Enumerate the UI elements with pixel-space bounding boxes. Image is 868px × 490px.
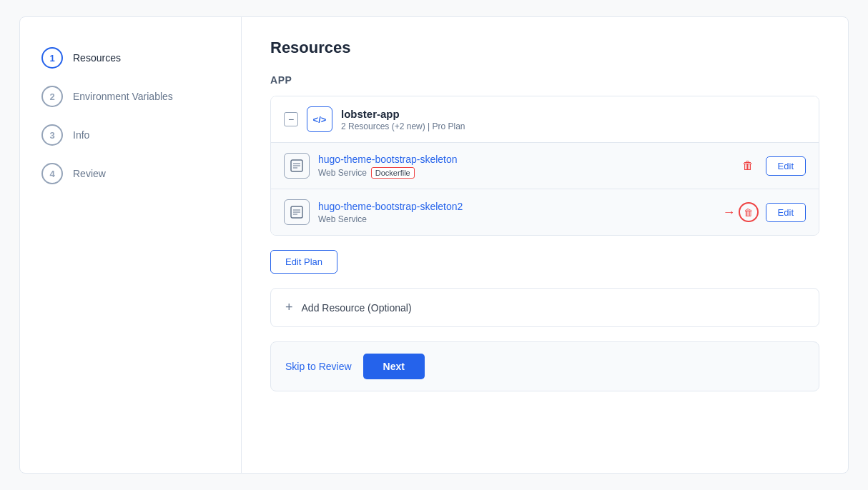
- service-icon-2: [284, 199, 310, 225]
- bottom-bar: Skip to Review Next: [270, 341, 819, 391]
- app-meta: 2 Resources (+2 new) | Pro Plan: [341, 121, 806, 131]
- step-circle-2: 2: [41, 86, 63, 107]
- delete-button-2[interactable]: 🗑: [739, 202, 759, 222]
- service-name-1[interactable]: hugo-theme-bootstrap-skeleton: [318, 154, 458, 165]
- service-row-1: hugo-theme-bootstrap-skeleton Web Servic…: [271, 143, 819, 189]
- app-icon: </>: [307, 106, 332, 132]
- sidebar-label-review: Review: [73, 168, 106, 179]
- app-header: − </> lobster-app 2 Resources (+2 new) |…: [271, 96, 819, 143]
- arrow-icon: →: [723, 205, 736, 220]
- service-actions-2: → 🗑 Edit: [723, 202, 806, 222]
- step-circle-3: 3: [41, 124, 63, 146]
- edit-plan-button[interactable]: Edit Plan: [270, 250, 337, 274]
- edit-button-2[interactable]: Edit: [766, 203, 806, 222]
- service-actions-1: 🗑 Edit: [737, 155, 806, 176]
- service-icon-1: [284, 153, 310, 179]
- edit-button-1[interactable]: Edit: [766, 156, 806, 176]
- service-row-2: hugo-theme-bootstrap-skeleton2 Web Servi…: [271, 189, 819, 235]
- service-info-2: hugo-theme-bootstrap-skeleton2 Web Servi…: [318, 200, 714, 224]
- app-name: lobster-app: [341, 108, 806, 120]
- main-content: Resources App − </> lobster-app 2 Resour…: [242, 17, 848, 473]
- step-circle-4: 4: [41, 163, 63, 184]
- sidebar: 1 Resources 2 Environment Variables 3 In…: [20, 17, 242, 473]
- delete-button-1[interactable]: 🗑: [737, 155, 759, 176]
- app-info: lobster-app 2 Resources (+2 new) | Pro P…: [341, 108, 806, 131]
- skip-to-review-link[interactable]: Skip to Review: [285, 361, 352, 372]
- plus-icon: +: [285, 300, 293, 315]
- next-button[interactable]: Next: [363, 354, 425, 379]
- add-resource-label: Add Resource (Optional): [302, 302, 412, 314]
- app-card: − </> lobster-app 2 Resources (+2 new) |…: [270, 96, 819, 236]
- section-label-app: App: [270, 74, 819, 86]
- sidebar-item-review[interactable]: 4 Review: [34, 154, 227, 193]
- sidebar-item-info[interactable]: 3 Info: [34, 116, 227, 154]
- delete-annotation: → 🗑: [723, 202, 759, 222]
- sidebar-label-resources: Resources: [73, 52, 121, 64]
- sidebar-label-info: Info: [73, 129, 89, 141]
- step-circle-1: 1: [41, 47, 63, 69]
- sidebar-label-env-vars: Environment Variables: [73, 91, 173, 102]
- sidebar-item-resources[interactable]: 1 Resources: [34, 39, 227, 77]
- add-resource-card[interactable]: + Add Resource (Optional): [270, 288, 819, 327]
- dockerfile-badge: Dockerfile: [371, 167, 415, 179]
- service-type-2: Web Service: [318, 214, 714, 224]
- main-container: 1 Resources 2 Environment Variables 3 In…: [19, 16, 849, 474]
- service-name-2[interactable]: hugo-theme-bootstrap-skeleton2: [318, 201, 463, 212]
- service-info-1: hugo-theme-bootstrap-skeleton Web Servic…: [318, 153, 729, 179]
- page-title: Resources: [270, 39, 819, 57]
- collapse-button[interactable]: −: [284, 112, 298, 126]
- service-type-1: Web Service Dockerfile: [318, 167, 729, 179]
- sidebar-item-env-vars[interactable]: 2 Environment Variables: [34, 77, 227, 116]
